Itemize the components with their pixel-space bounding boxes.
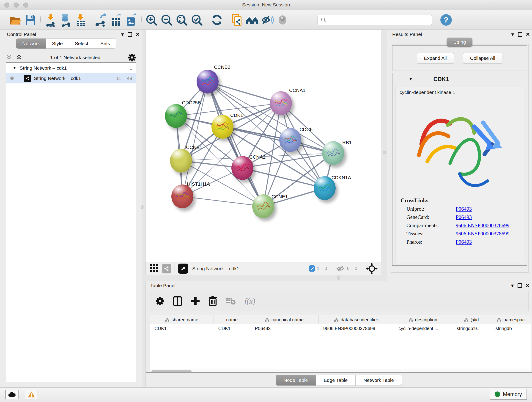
column-header-description[interactable]: description (394, 315, 452, 324)
panel-close-icon[interactable]: × (526, 282, 530, 289)
table-cell[interactable]: P06493 (250, 324, 319, 333)
column-header-canonical-name[interactable]: canonical name (250, 315, 319, 324)
create-column-icon[interactable] (191, 297, 200, 306)
panel-float-icon[interactable] (518, 283, 522, 288)
clone-network-button[interactable] (230, 12, 245, 27)
help-button[interactable]: ? (438, 12, 454, 27)
cloud-status-button[interactable] (5, 390, 19, 399)
show-columns-icon[interactable] (173, 296, 182, 306)
edge-ccnb2-hist1h1a[interactable] (182, 82, 208, 196)
table-row[interactable]: CDK1CDK1P064939606.ENSP00000378699cyclin… (150, 324, 531, 333)
zoom-fit-button[interactable] (174, 12, 189, 27)
export-network-button[interactable] (94, 12, 109, 27)
zoom-in-button[interactable] (144, 12, 159, 27)
tab-style[interactable]: Style (46, 38, 69, 49)
search-field[interactable] (317, 15, 432, 25)
table-cell[interactable]: 9606.ENSP00000378699 (319, 324, 394, 333)
node-table[interactable]: shared namenamecanonical namedatabase id… (150, 315, 531, 369)
table-cell[interactable]: CDK1 (150, 324, 214, 333)
tab-string[interactable]: String (447, 38, 472, 47)
section-expand-icon[interactable]: ▼ (409, 77, 413, 82)
edge-ccnb2-ccna1[interactable] (208, 82, 281, 103)
crosslink-link[interactable]: P06493 (456, 206, 472, 212)
panel-collapse-icon[interactable]: ▾ (511, 283, 514, 288)
crosslink-link[interactable]: P06493 (456, 239, 472, 245)
network-row[interactable]: String Network – cdk1 11 48 (6, 73, 136, 83)
preview-button[interactable] (275, 12, 290, 27)
open-session-button[interactable] (8, 12, 23, 27)
column-header-name[interactable]: name (214, 315, 250, 324)
zoom-selected-button[interactable] (189, 12, 204, 27)
network-options-gear-icon[interactable] (128, 53, 136, 62)
edge-hist1h1a-ccne1[interactable] (182, 196, 263, 206)
column-header-namespac[interactable]: namespac (491, 315, 531, 324)
panel-close-icon[interactable]: × (136, 31, 139, 38)
crosslink-link[interactable]: 9606.ENSP00000378699 (456, 231, 510, 237)
expand-all-button[interactable]: Expand All (417, 53, 454, 64)
network-collection-label: String Network – cdk1 (20, 65, 67, 71)
node-RB1[interactable] (322, 141, 344, 165)
panel-float-icon[interactable] (128, 32, 132, 37)
import-database-button[interactable] (58, 12, 73, 27)
warnings-button[interactable] (25, 390, 38, 399)
birdseye-toggle-button[interactable] (150, 264, 158, 274)
tab-network-table[interactable]: Network Table (355, 375, 402, 386)
tab-edge-table[interactable]: Edge Table (316, 375, 356, 386)
save-session-button[interactable] (23, 12, 38, 27)
node-CCNE1[interactable] (252, 194, 274, 218)
node-CCNB2[interactable] (196, 70, 219, 94)
gene-section-header[interactable]: ▼ CDK1 (393, 73, 527, 85)
detach-view-button[interactable] (178, 264, 188, 274)
column-header--id[interactable]: @id (452, 315, 491, 324)
zoom-out-button[interactable] (159, 12, 174, 27)
export-table-button[interactable] (109, 12, 124, 27)
table-cell[interactable]: stringdb (491, 324, 531, 333)
crosslink-link[interactable]: P06493 (456, 214, 472, 220)
collapse-all-icon[interactable] (6, 55, 13, 61)
panel-collapse-icon[interactable]: ▾ (511, 32, 514, 37)
pan-crosshair-icon[interactable] (366, 263, 378, 274)
column-header-database-identifier[interactable]: database identifier (319, 315, 394, 324)
panel-collapse-icon[interactable]: ▾ (121, 32, 124, 37)
network-collection-row[interactable]: ▼ String Network – cdk1 1 (6, 63, 136, 73)
right-splitter-handle[interactable] (383, 151, 386, 154)
node-CDK1[interactable] (211, 115, 234, 139)
node-CDC25B[interactable] (165, 104, 187, 128)
panel-close-icon[interactable]: × (526, 31, 530, 38)
node-CCNB1[interactable] (170, 149, 192, 172)
network-view-toolbar: String Network – cdk1 1 – 0 0 – 0 (146, 262, 381, 275)
tab-node-table[interactable]: Node Table (276, 375, 316, 386)
delete-column-icon[interactable] (209, 296, 217, 306)
delete-table-icon[interactable] (226, 297, 236, 305)
collapse-all-button[interactable]: Collapse All (463, 53, 502, 64)
import-network-button[interactable] (43, 12, 58, 27)
refresh-button[interactable] (209, 12, 225, 27)
expand-all-icon[interactable] (16, 55, 23, 61)
home-button[interactable] (245, 12, 260, 27)
tab-network[interactable]: Network (16, 38, 46, 49)
column-header-shared-name[interactable]: shared name (150, 315, 214, 324)
edge-ccnb2-ccne1[interactable] (208, 82, 263, 206)
hide-selected-button[interactable] (260, 12, 275, 27)
string-view-button[interactable] (162, 264, 171, 274)
table-options-gear-icon[interactable] (156, 297, 164, 306)
selected-nodes-checkbox[interactable] (309, 265, 315, 272)
tree-expand-icon[interactable]: ▼ (13, 66, 17, 70)
left-splitter-handle[interactable] (141, 205, 144, 209)
search-input[interactable] (326, 17, 425, 23)
export-image-button[interactable] (124, 12, 139, 27)
memory-button[interactable]: Memory (490, 389, 527, 400)
network-canvas[interactable]: CCNB2CCNA1CDC25BCDK1CDC6RB1CCNB1CCNA2CDK… (146, 30, 381, 262)
import-table-button[interactable] (73, 12, 89, 27)
table-cell[interactable]: CDK1 (214, 324, 250, 333)
tab-sets[interactable]: Sets (94, 38, 116, 49)
table-cell[interactable]: stringdb:9... (452, 324, 491, 333)
node-HIST1H1A[interactable] (171, 185, 193, 208)
panel-float-icon[interactable] (518, 32, 522, 37)
horizontal-splitter-handle[interactable] (337, 276, 340, 280)
node-CCNA1[interactable] (270, 91, 292, 115)
crosslink-link[interactable]: 9606.ENSP00000378699 (456, 223, 510, 229)
tab-select[interactable]: Select (69, 38, 94, 49)
table-cell[interactable]: cyclin-dependent ... (394, 324, 452, 333)
node-CDC6[interactable] (279, 128, 301, 152)
